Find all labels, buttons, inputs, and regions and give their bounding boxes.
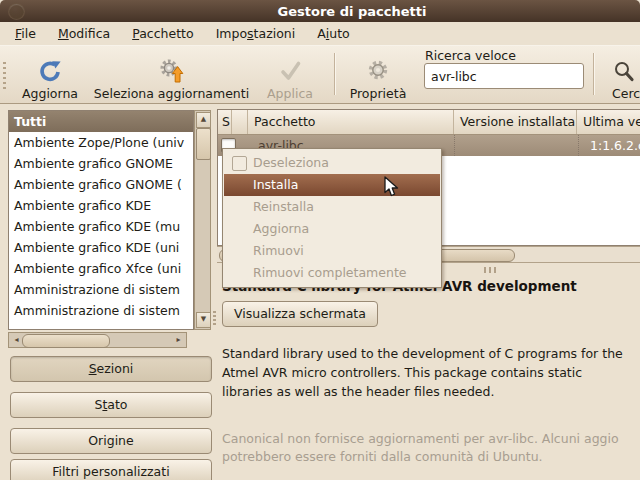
scroll-down-arrow-icon[interactable]: ▼ (196, 312, 211, 328)
sections-view-button[interactable]: Sezioni (10, 356, 212, 382)
status-label: Stato (94, 397, 127, 412)
category-item[interactable]: Amministrazione di sistem (9, 300, 193, 321)
menu-aiuto[interactable]: Aiuto (306, 24, 361, 43)
window-title: Gestore di pacchetti (0, 4, 640, 19)
details-splitter-grip[interactable] (484, 267, 499, 273)
column-package-header[interactable]: Pacchetto (248, 110, 454, 134)
mouse-cursor (383, 176, 401, 198)
column-latest-header[interactable]: Ultima versione (577, 110, 640, 134)
category-item[interactable]: Ambiente grafico KDE (uni (9, 237, 193, 258)
panel-splitter-grip[interactable] (213, 311, 216, 327)
category-item[interactable]: Ambiente grafico Xfce (uni (9, 258, 193, 279)
package-latest-version: 1:1.6.2.c (590, 135, 640, 156)
context-menu-label: Installa (253, 177, 298, 192)
toolbar-grip[interactable] (3, 62, 6, 92)
scrollbar-thumb[interactable] (196, 128, 211, 160)
menu-aiuto-label: Aiuto (317, 26, 350, 41)
context-menu-label: Reinstalla (253, 199, 314, 214)
column-divider (454, 135, 455, 156)
context-menu-label: Rimuovi (253, 243, 304, 258)
properties-button[interactable]: Proprietà (344, 49, 412, 101)
support-note-line: potrebbero essere forniti dalla comunità… (222, 448, 619, 466)
scrollbar-thumb[interactable] (22, 334, 110, 348)
category-item[interactable]: Ambiente grafico KDE (9, 195, 193, 216)
custom-filters-label: Filtri personalizzati (52, 464, 169, 479)
apply-button[interactable]: Applica (258, 49, 322, 101)
package-context-menu: Deseleziona Installa Reinstalla Aggiorna… (222, 148, 442, 288)
sections-label: Sezioni (89, 361, 134, 376)
window-menu-button[interactable] (8, 3, 25, 20)
column-installed-header[interactable]: Versione installata (454, 110, 577, 134)
context-menu-label: Aggiorna (253, 221, 309, 236)
menu-modifica-label: Modifica (58, 26, 110, 41)
context-menu-item-reinstalla[interactable]: Reinstalla (224, 196, 440, 218)
column-divider (578, 135, 579, 156)
menu-file[interactable]: File (4, 24, 47, 43)
context-menu-item-aggiorna[interactable]: Aggiorna (224, 218, 440, 240)
titlebar[interactable]: Gestore di pacchetti (0, 0, 640, 23)
package-description: Standard library used to the development… (222, 344, 623, 401)
origin-view-button[interactable]: Origine (10, 428, 212, 454)
package-table-header: S Pacchetto Versione installata Ultima v… (218, 110, 640, 135)
context-menu-item-rimuovi-completamente[interactable]: Rimuovi completamente (224, 262, 440, 284)
package-manager-window: Gestore di pacchetti File Modifica Pacch… (0, 0, 640, 480)
description-line: libraries as well as the header files ne… (222, 382, 623, 401)
support-note-line: Canonical non fornisce aggiornamenti per… (222, 430, 619, 448)
context-menu-label: Rimuovi completamente (253, 265, 407, 280)
category-item-tutti[interactable]: Tutti (9, 111, 193, 132)
column-status-header[interactable]: S (218, 110, 232, 134)
category-vertical-scrollbar[interactable]: ▲ ▼ (194, 110, 211, 330)
origin-label: Origine (88, 433, 133, 448)
properties-label: Proprietà (350, 86, 407, 101)
context-menu-item-rimuovi[interactable]: Rimuovi (224, 240, 440, 262)
status-view-button[interactable]: Stato (10, 392, 212, 418)
search-icon (612, 60, 636, 84)
mark-upgrades-label: Seleziona aggiornamenti (94, 86, 249, 101)
menu-file-label: File (15, 26, 36, 41)
custom-filters-view-button[interactable]: Filtri personalizzati (10, 459, 212, 480)
toolbar-separator (334, 53, 336, 95)
scroll-up-arrow-icon[interactable]: ▲ (196, 112, 211, 128)
checkbox-icon (232, 156, 247, 171)
quick-search-input[interactable] (424, 63, 584, 89)
description-line: Atmel AVR micro controllers. This packag… (222, 363, 623, 382)
refresh-label: Aggiorna (22, 86, 78, 101)
category-item[interactable]: Ambiente grafico GNOME ( (9, 174, 193, 195)
menu-modifica[interactable]: Modifica (47, 24, 121, 43)
context-menu-label: Deseleziona (253, 155, 329, 170)
description-line: Standard library used to the development… (222, 344, 623, 363)
support-note: Canonical non fornisce aggiornamenti per… (222, 430, 619, 466)
menu-pacchetto-label: Pacchetto (132, 26, 193, 41)
category-item[interactable]: Ambiente grafico GNOME (9, 153, 193, 174)
category-item[interactable]: Ambiente grafico KDE (mu (9, 216, 193, 237)
upgrades-gear-icon (159, 58, 185, 84)
menu-impostazioni[interactable]: Impostazioni (205, 24, 307, 43)
screenshot-button-label: Visualizza schermata (234, 306, 366, 321)
toolbar: Aggiorna Seleziona aggiornamenti Applica (0, 45, 640, 104)
apply-check-icon (277, 58, 303, 84)
mark-upgrades-button[interactable]: Seleziona aggiornamenti (88, 49, 255, 101)
search-button[interactable]: Cerca (602, 49, 640, 101)
category-list: Tutti Ambiente Zope/Plone (univ Ambiente… (8, 110, 194, 330)
gear-icon (365, 58, 391, 84)
apply-label: Applica (267, 86, 313, 101)
refresh-button[interactable]: Aggiorna (12, 49, 88, 101)
screenshot-button[interactable]: Visualizza schermata (222, 301, 378, 327)
category-item[interactable]: Ambiente Zope/Plone (univ (9, 132, 193, 153)
context-menu-item-installa[interactable]: Installa (224, 174, 440, 196)
category-horizontal-scrollbar[interactable]: ◂ ▸ (8, 332, 187, 348)
column-icon-header[interactable] (232, 110, 248, 134)
refresh-icon (37, 58, 63, 84)
context-menu-item-deseleziona[interactable]: Deseleziona (224, 152, 440, 174)
menubar: File Modifica Pacchetto Impostazioni Aiu… (0, 22, 640, 45)
menu-impostazioni-label: Impostazioni (216, 26, 296, 41)
toolbar-separator (593, 53, 595, 95)
quick-search-label: Ricerca veloce (425, 48, 516, 63)
category-item[interactable]: Amministrazione di sistem (9, 279, 193, 300)
search-button-label: Cerca (612, 86, 640, 101)
scroll-right-arrow-icon[interactable]: ▸ (172, 333, 185, 347)
menu-pacchetto[interactable]: Pacchetto (121, 24, 204, 43)
